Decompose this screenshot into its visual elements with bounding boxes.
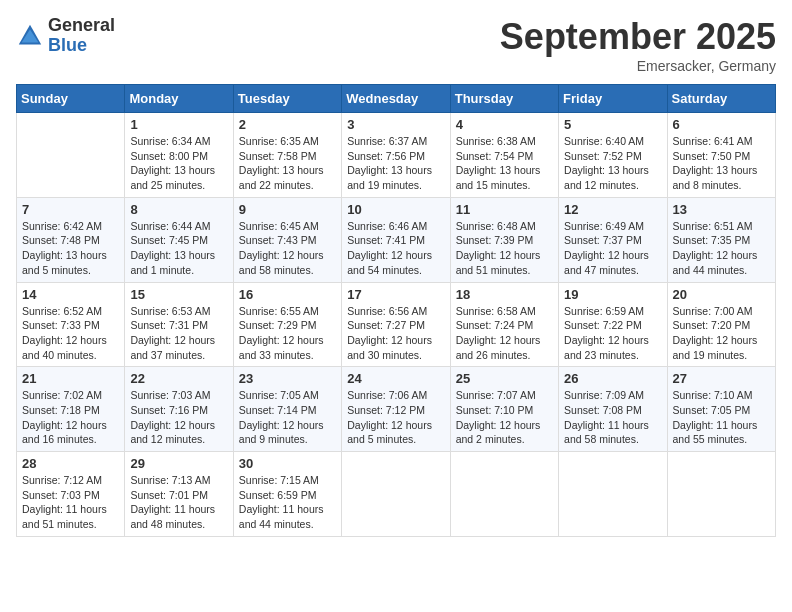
day-number: 25: [456, 371, 553, 386]
day-number: 15: [130, 287, 227, 302]
day-info: Sunrise: 7:09 AMSunset: 7:08 PMDaylight:…: [564, 388, 661, 447]
day-info: Sunrise: 6:46 AMSunset: 7:41 PMDaylight:…: [347, 219, 444, 278]
day-info: Sunrise: 6:56 AMSunset: 7:27 PMDaylight:…: [347, 304, 444, 363]
day-number: 4: [456, 117, 553, 132]
calendar-cell: 23Sunrise: 7:05 AMSunset: 7:14 PMDayligh…: [233, 367, 341, 452]
day-number: 10: [347, 202, 444, 217]
day-number: 1: [130, 117, 227, 132]
weekday-header: Thursday: [450, 85, 558, 113]
calendar-cell: 9Sunrise: 6:45 AMSunset: 7:43 PMDaylight…: [233, 197, 341, 282]
day-number: 6: [673, 117, 770, 132]
day-info: Sunrise: 6:49 AMSunset: 7:37 PMDaylight:…: [564, 219, 661, 278]
day-number: 5: [564, 117, 661, 132]
day-info: Sunrise: 6:59 AMSunset: 7:22 PMDaylight:…: [564, 304, 661, 363]
day-info: Sunrise: 6:44 AMSunset: 7:45 PMDaylight:…: [130, 219, 227, 278]
calendar-week-row: 7Sunrise: 6:42 AMSunset: 7:48 PMDaylight…: [17, 197, 776, 282]
day-number: 23: [239, 371, 336, 386]
calendar-cell: 1Sunrise: 6:34 AMSunset: 8:00 PMDaylight…: [125, 113, 233, 198]
logo-icon: [16, 22, 44, 50]
day-number: 13: [673, 202, 770, 217]
day-info: Sunrise: 7:15 AMSunset: 6:59 PMDaylight:…: [239, 473, 336, 532]
calendar-cell: 25Sunrise: 7:07 AMSunset: 7:10 PMDayligh…: [450, 367, 558, 452]
weekday-header: Tuesday: [233, 85, 341, 113]
calendar-cell: 20Sunrise: 7:00 AMSunset: 7:20 PMDayligh…: [667, 282, 775, 367]
day-number: 7: [22, 202, 119, 217]
day-info: Sunrise: 7:07 AMSunset: 7:10 PMDaylight:…: [456, 388, 553, 447]
day-info: Sunrise: 6:55 AMSunset: 7:29 PMDaylight:…: [239, 304, 336, 363]
calendar-week-row: 28Sunrise: 7:12 AMSunset: 7:03 PMDayligh…: [17, 452, 776, 537]
calendar-cell: 15Sunrise: 6:53 AMSunset: 7:31 PMDayligh…: [125, 282, 233, 367]
day-info: Sunrise: 6:34 AMSunset: 8:00 PMDaylight:…: [130, 134, 227, 193]
day-number: 20: [673, 287, 770, 302]
day-number: 19: [564, 287, 661, 302]
day-info: Sunrise: 6:58 AMSunset: 7:24 PMDaylight:…: [456, 304, 553, 363]
day-number: 24: [347, 371, 444, 386]
calendar-cell: 5Sunrise: 6:40 AMSunset: 7:52 PMDaylight…: [559, 113, 667, 198]
page-header: General Blue September 2025 Emersacker, …: [16, 16, 776, 74]
day-info: Sunrise: 6:38 AMSunset: 7:54 PMDaylight:…: [456, 134, 553, 193]
weekday-header: Saturday: [667, 85, 775, 113]
day-number: 14: [22, 287, 119, 302]
calendar-cell: 26Sunrise: 7:09 AMSunset: 7:08 PMDayligh…: [559, 367, 667, 452]
title-block: September 2025 Emersacker, Germany: [500, 16, 776, 74]
day-info: Sunrise: 7:12 AMSunset: 7:03 PMDaylight:…: [22, 473, 119, 532]
calendar-cell: 22Sunrise: 7:03 AMSunset: 7:16 PMDayligh…: [125, 367, 233, 452]
day-info: Sunrise: 7:00 AMSunset: 7:20 PMDaylight:…: [673, 304, 770, 363]
logo-blue: Blue: [48, 36, 115, 56]
day-info: Sunrise: 6:42 AMSunset: 7:48 PMDaylight:…: [22, 219, 119, 278]
calendar-cell: 30Sunrise: 7:15 AMSunset: 6:59 PMDayligh…: [233, 452, 341, 537]
calendar-cell: 18Sunrise: 6:58 AMSunset: 7:24 PMDayligh…: [450, 282, 558, 367]
day-number: 11: [456, 202, 553, 217]
day-number: 26: [564, 371, 661, 386]
calendar-cell: 2Sunrise: 6:35 AMSunset: 7:58 PMDaylight…: [233, 113, 341, 198]
location: Emersacker, Germany: [500, 58, 776, 74]
day-number: 30: [239, 456, 336, 471]
day-number: 12: [564, 202, 661, 217]
calendar-cell: 11Sunrise: 6:48 AMSunset: 7:39 PMDayligh…: [450, 197, 558, 282]
calendar-cell: 4Sunrise: 6:38 AMSunset: 7:54 PMDaylight…: [450, 113, 558, 198]
day-info: Sunrise: 6:48 AMSunset: 7:39 PMDaylight:…: [456, 219, 553, 278]
day-number: 16: [239, 287, 336, 302]
calendar-week-row: 14Sunrise: 6:52 AMSunset: 7:33 PMDayligh…: [17, 282, 776, 367]
calendar-cell: [17, 113, 125, 198]
calendar-cell: 14Sunrise: 6:52 AMSunset: 7:33 PMDayligh…: [17, 282, 125, 367]
weekday-header: Wednesday: [342, 85, 450, 113]
calendar-cell: 16Sunrise: 6:55 AMSunset: 7:29 PMDayligh…: [233, 282, 341, 367]
day-info: Sunrise: 6:52 AMSunset: 7:33 PMDaylight:…: [22, 304, 119, 363]
calendar-cell: 10Sunrise: 6:46 AMSunset: 7:41 PMDayligh…: [342, 197, 450, 282]
day-info: Sunrise: 6:40 AMSunset: 7:52 PMDaylight:…: [564, 134, 661, 193]
day-info: Sunrise: 6:45 AMSunset: 7:43 PMDaylight:…: [239, 219, 336, 278]
day-number: 9: [239, 202, 336, 217]
day-info: Sunrise: 6:51 AMSunset: 7:35 PMDaylight:…: [673, 219, 770, 278]
calendar-cell: 24Sunrise: 7:06 AMSunset: 7:12 PMDayligh…: [342, 367, 450, 452]
day-info: Sunrise: 7:06 AMSunset: 7:12 PMDaylight:…: [347, 388, 444, 447]
calendar-cell: [342, 452, 450, 537]
calendar-cell: 7Sunrise: 6:42 AMSunset: 7:48 PMDaylight…: [17, 197, 125, 282]
calendar-cell: 17Sunrise: 6:56 AMSunset: 7:27 PMDayligh…: [342, 282, 450, 367]
calendar-cell: 29Sunrise: 7:13 AMSunset: 7:01 PMDayligh…: [125, 452, 233, 537]
day-number: 27: [673, 371, 770, 386]
day-number: 22: [130, 371, 227, 386]
day-number: 18: [456, 287, 553, 302]
calendar-table: SundayMondayTuesdayWednesdayThursdayFrid…: [16, 84, 776, 537]
calendar-header-row: SundayMondayTuesdayWednesdayThursdayFrid…: [17, 85, 776, 113]
calendar-cell: [559, 452, 667, 537]
calendar-cell: 12Sunrise: 6:49 AMSunset: 7:37 PMDayligh…: [559, 197, 667, 282]
day-number: 17: [347, 287, 444, 302]
weekday-header: Sunday: [17, 85, 125, 113]
month-title: September 2025: [500, 16, 776, 58]
weekday-header: Monday: [125, 85, 233, 113]
day-info: Sunrise: 7:13 AMSunset: 7:01 PMDaylight:…: [130, 473, 227, 532]
calendar-cell: 27Sunrise: 7:10 AMSunset: 7:05 PMDayligh…: [667, 367, 775, 452]
logo-text: General Blue: [48, 16, 115, 56]
logo: General Blue: [16, 16, 115, 56]
day-info: Sunrise: 7:02 AMSunset: 7:18 PMDaylight:…: [22, 388, 119, 447]
calendar-cell: 19Sunrise: 6:59 AMSunset: 7:22 PMDayligh…: [559, 282, 667, 367]
day-number: 29: [130, 456, 227, 471]
calendar-cell: 13Sunrise: 6:51 AMSunset: 7:35 PMDayligh…: [667, 197, 775, 282]
calendar-cell: 6Sunrise: 6:41 AMSunset: 7:50 PMDaylight…: [667, 113, 775, 198]
day-info: Sunrise: 6:35 AMSunset: 7:58 PMDaylight:…: [239, 134, 336, 193]
calendar-week-row: 1Sunrise: 6:34 AMSunset: 8:00 PMDaylight…: [17, 113, 776, 198]
day-info: Sunrise: 7:03 AMSunset: 7:16 PMDaylight:…: [130, 388, 227, 447]
calendar-cell: [667, 452, 775, 537]
